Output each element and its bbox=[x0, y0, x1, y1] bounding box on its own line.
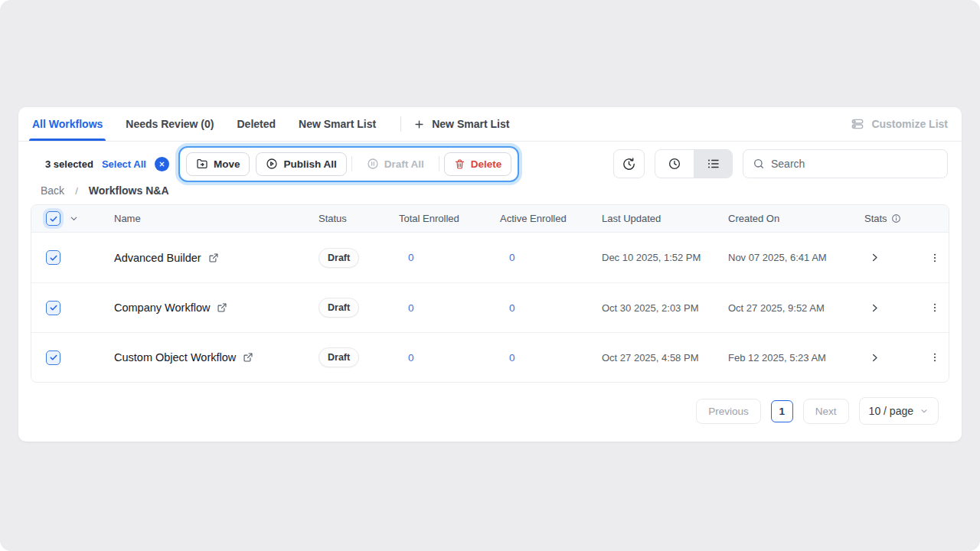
header-stats[interactable]: Stats bbox=[858, 213, 920, 224]
publish-all-button[interactable]: Publish All bbox=[256, 152, 346, 176]
active-enrolled-link[interactable]: 0 bbox=[509, 302, 515, 314]
row-menu-button[interactable] bbox=[920, 351, 949, 364]
sliders-icon bbox=[851, 117, 864, 131]
kebab-icon bbox=[929, 302, 941, 314]
previous-page-button[interactable]: Previous bbox=[696, 399, 761, 424]
select-all-checkbox[interactable] bbox=[46, 211, 60, 226]
delete-button[interactable]: Delete bbox=[444, 152, 512, 176]
divider bbox=[439, 156, 439, 171]
plus-icon bbox=[413, 119, 425, 130]
page-size-select[interactable]: 10 / page bbox=[859, 397, 939, 425]
row-checkbox[interactable] bbox=[46, 301, 60, 315]
customize-list-button[interactable]: Customize List bbox=[851, 107, 948, 141]
workflows-table: Name Status Total Enrolled Active Enroll… bbox=[31, 204, 949, 383]
table-row: Custom Object Workflow Draft 0 0 Oct 27 … bbox=[31, 332, 949, 382]
header-name[interactable]: Name bbox=[85, 213, 318, 224]
check-icon bbox=[49, 353, 58, 362]
pause-circle-icon bbox=[367, 158, 379, 170]
header-created-on[interactable]: Created On bbox=[728, 213, 858, 224]
table-header-row: Name Status Total Enrolled Active Enroll… bbox=[31, 205, 949, 233]
new-smart-list-label: New Smart List bbox=[432, 118, 509, 130]
stats-expand-button[interactable] bbox=[858, 252, 920, 263]
tab-label: Needs Review (0) bbox=[126, 118, 214, 130]
tab-all-workflows[interactable]: All Workflows bbox=[32, 107, 103, 141]
header-active-enrolled[interactable]: Active Enrolled bbox=[500, 213, 602, 224]
workflow-name-link[interactable]: Company Workflow bbox=[114, 302, 210, 314]
clock-icon bbox=[668, 157, 681, 171]
divider bbox=[400, 116, 401, 132]
created-on-value: Feb 12 2025, 5:23 AM bbox=[728, 352, 858, 364]
select-all-link[interactable]: Select All bbox=[102, 158, 146, 170]
stats-expand-button[interactable] bbox=[858, 352, 920, 364]
info-icon bbox=[891, 214, 901, 223]
play-circle-icon bbox=[266, 158, 278, 170]
draft-all-button[interactable]: Draft All bbox=[357, 152, 434, 176]
external-link-icon[interactable] bbox=[243, 352, 253, 363]
workflows-panel: All Workflows Needs Review (0) Deleted N… bbox=[18, 107, 962, 442]
total-enrolled-link[interactable]: 0 bbox=[408, 352, 414, 364]
total-enrolled-link[interactable]: 0 bbox=[408, 252, 414, 263]
row-menu-button[interactable] bbox=[920, 252, 949, 264]
row-checkbox[interactable] bbox=[46, 250, 60, 265]
tab-label: All Workflows bbox=[32, 118, 103, 130]
move-button[interactable]: Move bbox=[186, 152, 250, 176]
pagination: Previous 1 Next 10 / page bbox=[18, 383, 962, 425]
search-input[interactable] bbox=[771, 158, 938, 170]
external-link-icon[interactable] bbox=[217, 302, 227, 313]
breadcrumb-current: Workflows N&A bbox=[89, 184, 169, 197]
chevron-right-icon bbox=[869, 302, 880, 314]
row-checkbox[interactable] bbox=[46, 350, 60, 365]
tab-deleted[interactable]: Deleted bbox=[237, 107, 276, 141]
next-page-button[interactable]: Next bbox=[803, 399, 849, 424]
selection-info: 3 selected Select All bbox=[29, 157, 169, 171]
bulk-toolbar-row: 3 selected Select All Move bbox=[18, 142, 962, 184]
view-toggle-list[interactable] bbox=[694, 150, 732, 178]
search-icon bbox=[753, 158, 765, 170]
selection-menu-button[interactable] bbox=[62, 214, 85, 223]
draft-all-label: Draft All bbox=[384, 158, 424, 170]
kebab-icon bbox=[929, 252, 941, 264]
bulk-actions-group: Move Publish All bbox=[178, 146, 519, 182]
active-enrolled-link[interactable]: 0 bbox=[509, 252, 515, 263]
selected-count: 3 selected bbox=[45, 158, 93, 170]
trash-icon bbox=[454, 158, 466, 170]
workflow-name-link[interactable]: Custom Object Workflow bbox=[114, 351, 236, 364]
delete-label: Delete bbox=[471, 158, 502, 170]
total-enrolled-link[interactable]: 0 bbox=[408, 302, 414, 314]
tab-needs-review[interactable]: Needs Review (0) bbox=[126, 107, 214, 141]
check-icon bbox=[49, 253, 58, 262]
created-on-value: Nov 07 2025, 6:41 AM bbox=[728, 252, 858, 263]
x-icon bbox=[158, 161, 165, 168]
status-badge: Draft bbox=[318, 298, 359, 318]
clear-selection-button[interactable] bbox=[155, 157, 169, 171]
external-link-icon[interactable] bbox=[208, 253, 219, 263]
table-row: Advanced Builder Draft 0 0 Dec 10 2025, … bbox=[31, 233, 949, 282]
toolbar-right bbox=[613, 149, 948, 178]
row-menu-button[interactable] bbox=[920, 302, 949, 314]
workflow-name-link[interactable]: Advanced Builder bbox=[114, 252, 201, 264]
last-updated-value: Oct 27 2025, 4:58 PM bbox=[602, 352, 728, 364]
breadcrumb-separator: / bbox=[75, 185, 78, 197]
created-on-value: Oct 27 2025, 9:52 AM bbox=[728, 302, 858, 314]
view-toggle-recent[interactable] bbox=[655, 150, 694, 178]
tab-new-smart-list[interactable]: New Smart List bbox=[299, 107, 376, 141]
header-last-updated[interactable]: Last Updated bbox=[602, 213, 728, 224]
tab-label: New Smart List bbox=[299, 118, 376, 130]
breadcrumb-back-link[interactable]: Back bbox=[41, 184, 64, 197]
new-smart-list-button[interactable]: New Smart List bbox=[413, 107, 509, 141]
check-icon bbox=[49, 214, 58, 223]
page-size-value: 10 / page bbox=[869, 405, 913, 417]
stats-expand-button[interactable] bbox=[858, 302, 920, 314]
divider bbox=[351, 156, 352, 171]
search-box bbox=[743, 149, 948, 178]
check-icon bbox=[49, 303, 58, 312]
header-status[interactable]: Status bbox=[318, 213, 399, 224]
active-enrolled-link[interactable]: 0 bbox=[509, 352, 515, 364]
publish-all-label: Publish All bbox=[283, 158, 336, 170]
chevron-right-icon bbox=[869, 252, 880, 263]
history-button[interactable] bbox=[613, 149, 645, 178]
header-total-enrolled[interactable]: Total Enrolled bbox=[399, 213, 500, 224]
page-number[interactable]: 1 bbox=[771, 400, 793, 422]
history-icon bbox=[622, 157, 636, 171]
chevron-down-icon bbox=[69, 214, 79, 223]
